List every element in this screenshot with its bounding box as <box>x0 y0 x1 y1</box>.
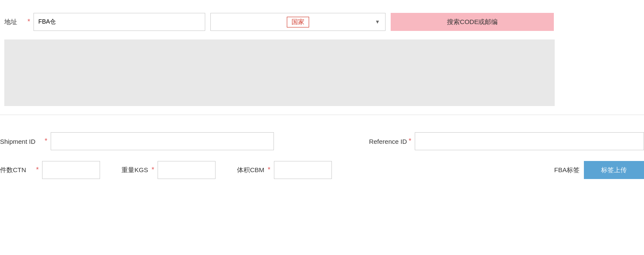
shipment-id-required-star: * <box>45 137 47 145</box>
ctn-input[interactable] <box>42 161 100 179</box>
reference-id-label: Reference ID <box>360 138 407 145</box>
kgs-label: 重量KGS <box>122 166 148 174</box>
address-label: 地址 <box>0 18 26 26</box>
address-row: 地址 * 国家 ▼ 搜索CODE或邮编 <box>0 9 644 35</box>
cbm-label: 体积CBM <box>237 166 264 174</box>
search-code-button[interactable]: 搜索CODE或邮编 <box>391 13 554 31</box>
top-section: 地址 * 国家 ▼ 搜索CODE或邮编 <box>0 0 644 106</box>
upload-label-button[interactable]: 标签上传 <box>584 161 644 179</box>
kgs-input[interactable] <box>158 161 216 179</box>
ctn-label: 件数CTN <box>0 166 34 174</box>
shipment-reference-row: Shipment ID * Reference ID * <box>0 128 644 155</box>
fba-warehouse-input[interactable] <box>33 13 205 31</box>
chevron-down-icon: ▼ <box>375 19 380 25</box>
reference-id-required-star: * <box>409 137 411 145</box>
address-required-star: * <box>27 18 30 26</box>
reference-id-group: Reference ID * <box>360 132 644 150</box>
gray-textarea-area <box>0 39 644 106</box>
kgs-required-star: * <box>152 166 154 174</box>
country-select-wrapper[interactable]: 国家 ▼ <box>210 13 386 31</box>
reference-id-input[interactable] <box>415 132 644 150</box>
section-divider <box>0 115 644 115</box>
shipment-id-label: Shipment ID <box>0 138 43 145</box>
cbm-input[interactable] <box>274 161 332 179</box>
shipment-id-input[interactable] <box>51 132 274 150</box>
address-textarea[interactable] <box>4 39 555 106</box>
second-form-row: 件数CTN * 重量KGS * 体积CBM * FBA标签 标签上传 <box>0 155 644 183</box>
shipment-id-group: Shipment ID * <box>0 132 274 150</box>
page-container: 地址 * 国家 ▼ 搜索CODE或邮编 Shipment ID * Refe <box>0 0 644 255</box>
ctn-required-star: * <box>36 166 39 174</box>
country-placeholder: 国家 <box>287 17 309 27</box>
bottom-section: Shipment ID * Reference ID * 件数CTN * 重量K… <box>0 124 644 192</box>
cbm-required-star: * <box>268 166 270 174</box>
fba-label-text: FBA标签 <box>554 166 580 174</box>
